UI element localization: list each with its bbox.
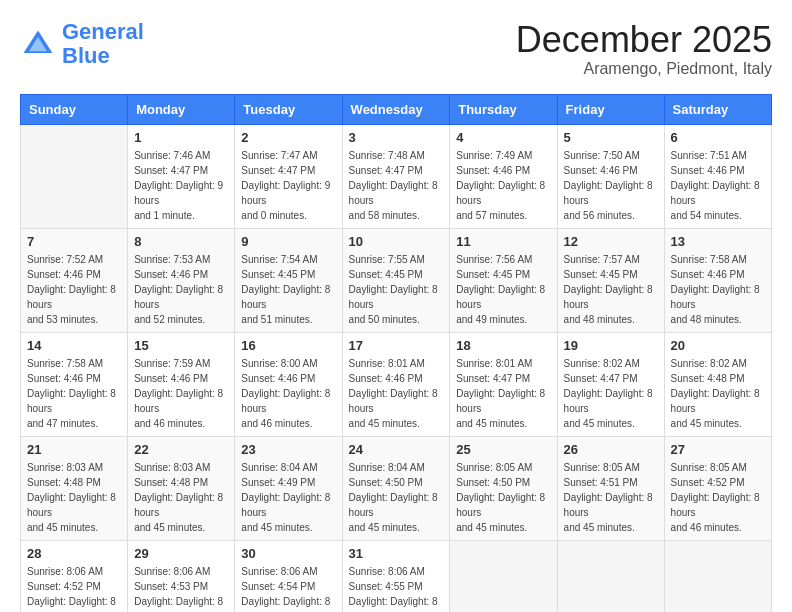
sunset-text: Sunset: 4:53 PM — [134, 579, 228, 594]
calendar-cell: 24Sunrise: 8:04 AMSunset: 4:50 PMDayligh… — [342, 436, 450, 540]
day-info: Sunrise: 7:52 AMSunset: 4:46 PMDaylight:… — [27, 252, 121, 327]
daylight-text-line2: and 45 minutes. — [564, 416, 658, 431]
daylight-text-line2: and 58 minutes. — [349, 208, 444, 223]
sunset-text: Sunset: 4:46 PM — [241, 371, 335, 386]
calendar-week-row: 14Sunrise: 7:58 AMSunset: 4:46 PMDayligh… — [21, 332, 772, 436]
day-number: 12 — [564, 234, 658, 249]
day-number: 16 — [241, 338, 335, 353]
daylight-text-line2: and 45 minutes. — [27, 520, 121, 535]
calendar-cell: 8Sunrise: 7:53 AMSunset: 4:46 PMDaylight… — [128, 228, 235, 332]
daylight-text-line2: and 45 minutes. — [671, 416, 765, 431]
calendar-cell: 21Sunrise: 8:03 AMSunset: 4:48 PMDayligh… — [21, 436, 128, 540]
day-info: Sunrise: 8:04 AMSunset: 4:50 PMDaylight:… — [349, 460, 444, 535]
day-info: Sunrise: 7:58 AMSunset: 4:46 PMDaylight:… — [27, 356, 121, 431]
day-number: 7 — [27, 234, 121, 249]
sunset-text: Sunset: 4:46 PM — [671, 267, 765, 282]
sunset-text: Sunset: 4:52 PM — [27, 579, 121, 594]
daylight-text-line1: Daylight: Daylight: 8 hours — [671, 282, 765, 312]
calendar-cell: 19Sunrise: 8:02 AMSunset: 4:47 PMDayligh… — [557, 332, 664, 436]
sunrise-text: Sunrise: 7:59 AM — [134, 356, 228, 371]
daylight-text-line1: Daylight: Daylight: 8 hours — [349, 490, 444, 520]
sunset-text: Sunset: 4:46 PM — [349, 371, 444, 386]
day-info: Sunrise: 8:05 AMSunset: 4:51 PMDaylight:… — [564, 460, 658, 535]
daylight-text-line1: Daylight: Daylight: 8 hours — [456, 282, 550, 312]
day-info: Sunrise: 8:01 AMSunset: 4:47 PMDaylight:… — [456, 356, 550, 431]
day-number: 18 — [456, 338, 550, 353]
calendar-cell — [21, 124, 128, 228]
daylight-text-line1: Daylight: Daylight: 8 hours — [564, 386, 658, 416]
day-info: Sunrise: 7:53 AMSunset: 4:46 PMDaylight:… — [134, 252, 228, 327]
daylight-text-line2: and 46 minutes. — [671, 520, 765, 535]
calendar-week-row: 21Sunrise: 8:03 AMSunset: 4:48 PMDayligh… — [21, 436, 772, 540]
day-number: 2 — [241, 130, 335, 145]
sunset-text: Sunset: 4:47 PM — [564, 371, 658, 386]
day-info: Sunrise: 8:04 AMSunset: 4:49 PMDaylight:… — [241, 460, 335, 535]
sunset-text: Sunset: 4:47 PM — [241, 163, 335, 178]
day-number: 24 — [349, 442, 444, 457]
sunset-text: Sunset: 4:54 PM — [241, 579, 335, 594]
calendar-cell: 25Sunrise: 8:05 AMSunset: 4:50 PMDayligh… — [450, 436, 557, 540]
calendar-cell: 16Sunrise: 8:00 AMSunset: 4:46 PMDayligh… — [235, 332, 342, 436]
day-info: Sunrise: 7:46 AMSunset: 4:47 PMDaylight:… — [134, 148, 228, 223]
day-info: Sunrise: 8:01 AMSunset: 4:46 PMDaylight:… — [349, 356, 444, 431]
day-number: 28 — [27, 546, 121, 561]
sunset-text: Sunset: 4:46 PM — [27, 267, 121, 282]
sunrise-text: Sunrise: 7:49 AM — [456, 148, 550, 163]
calendar-body: 1Sunrise: 7:46 AMSunset: 4:47 PMDaylight… — [21, 124, 772, 612]
calendar-cell: 30Sunrise: 8:06 AMSunset: 4:54 PMDayligh… — [235, 540, 342, 612]
day-info: Sunrise: 7:55 AMSunset: 4:45 PMDaylight:… — [349, 252, 444, 327]
day-info: Sunrise: 7:49 AMSunset: 4:46 PMDaylight:… — [456, 148, 550, 223]
daylight-text-line2: and 56 minutes. — [564, 208, 658, 223]
day-info: Sunrise: 7:47 AMSunset: 4:47 PMDaylight:… — [241, 148, 335, 223]
sunrise-text: Sunrise: 8:04 AM — [241, 460, 335, 475]
calendar-cell: 12Sunrise: 7:57 AMSunset: 4:45 PMDayligh… — [557, 228, 664, 332]
daylight-text-line2: and 45 minutes. — [349, 520, 444, 535]
logo-icon — [20, 26, 56, 62]
daylight-text-line2: and 49 minutes. — [456, 312, 550, 327]
calendar-cell: 10Sunrise: 7:55 AMSunset: 4:45 PMDayligh… — [342, 228, 450, 332]
sunset-text: Sunset: 4:47 PM — [134, 163, 228, 178]
sunrise-text: Sunrise: 7:58 AM — [671, 252, 765, 267]
day-number: 31 — [349, 546, 444, 561]
daylight-text-line2: and 51 minutes. — [241, 312, 335, 327]
daylight-text-line1: Daylight: Daylight: 8 hours — [27, 490, 121, 520]
day-info: Sunrise: 7:57 AMSunset: 4:45 PMDaylight:… — [564, 252, 658, 327]
sunset-text: Sunset: 4:47 PM — [456, 371, 550, 386]
sunrise-text: Sunrise: 8:03 AM — [134, 460, 228, 475]
day-number: 13 — [671, 234, 765, 249]
day-number: 10 — [349, 234, 444, 249]
sunrise-text: Sunrise: 8:04 AM — [349, 460, 444, 475]
sunset-text: Sunset: 4:46 PM — [27, 371, 121, 386]
sunset-text: Sunset: 4:45 PM — [241, 267, 335, 282]
page-header: General Blue December 2025 Aramengo, Pie… — [20, 20, 772, 78]
sunset-text: Sunset: 4:52 PM — [671, 475, 765, 490]
logo-general: General — [62, 19, 144, 44]
daylight-text-line1: Daylight: Daylight: 8 hours — [349, 386, 444, 416]
sunset-text: Sunset: 4:48 PM — [671, 371, 765, 386]
sunset-text: Sunset: 4:48 PM — [27, 475, 121, 490]
sunrise-text: Sunrise: 7:46 AM — [134, 148, 228, 163]
daylight-text-line1: Daylight: Daylight: 8 hours — [456, 490, 550, 520]
sunrise-text: Sunrise: 7:52 AM — [27, 252, 121, 267]
daylight-text-line2: and 48 minutes. — [564, 312, 658, 327]
daylight-text-line2: and 57 minutes. — [456, 208, 550, 223]
sunset-text: Sunset: 4:45 PM — [349, 267, 444, 282]
calendar-cell: 13Sunrise: 7:58 AMSunset: 4:46 PMDayligh… — [664, 228, 771, 332]
day-info: Sunrise: 8:06 AMSunset: 4:52 PMDaylight:… — [27, 564, 121, 612]
daylight-text-line1: Daylight: Daylight: 8 hours — [241, 282, 335, 312]
calendar-week-row: 28Sunrise: 8:06 AMSunset: 4:52 PMDayligh… — [21, 540, 772, 612]
sunrise-text: Sunrise: 7:57 AM — [564, 252, 658, 267]
sunrise-text: Sunrise: 8:02 AM — [671, 356, 765, 371]
sunset-text: Sunset: 4:46 PM — [134, 267, 228, 282]
daylight-text-line1: Daylight: Daylight: 8 hours — [564, 282, 658, 312]
sunset-text: Sunset: 4:49 PM — [241, 475, 335, 490]
daylight-text-line1: Daylight: Daylight: 8 hours — [564, 178, 658, 208]
day-number: 6 — [671, 130, 765, 145]
daylight-text-line2: and 47 minutes. — [27, 416, 121, 431]
calendar-cell — [557, 540, 664, 612]
daylight-text-line1: Daylight: Daylight: 8 hours — [349, 282, 444, 312]
day-info: Sunrise: 8:02 AMSunset: 4:47 PMDaylight:… — [564, 356, 658, 431]
sunset-text: Sunset: 4:46 PM — [564, 163, 658, 178]
sunrise-text: Sunrise: 8:06 AM — [349, 564, 444, 579]
daylight-text-line2: and 53 minutes. — [27, 312, 121, 327]
